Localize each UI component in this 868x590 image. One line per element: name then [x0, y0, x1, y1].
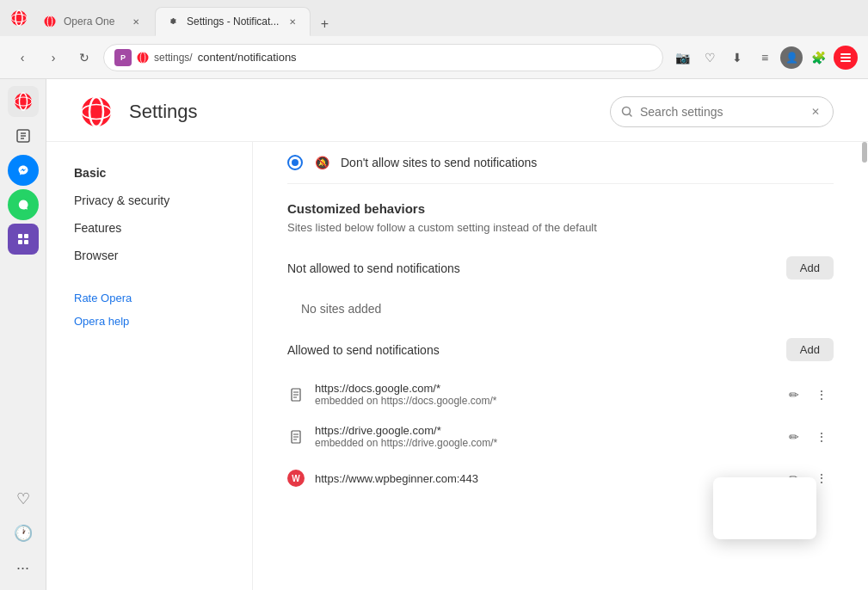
search-settings-box[interactable]: ✕: [610, 96, 834, 127]
account-button[interactable]: 👤: [780, 46, 803, 69]
site-row-docs: https://docs.google.com/* embedded on ht…: [287, 373, 834, 415]
sidebar-pinboard-icon[interactable]: [8, 120, 39, 151]
nav-item-privacy[interactable]: Privacy & security: [64, 187, 235, 214]
drive-site-icon: [287, 428, 305, 446]
settings-body: Basic Privacy & security Features Browse…: [46, 142, 868, 590]
settings-nav: Basic Privacy & security Features Browse…: [46, 142, 253, 590]
svg-rect-8: [840, 57, 851, 58]
address-scheme: settings/: [154, 52, 193, 64]
customized-behaviors-title: Customized behaviors: [287, 184, 834, 221]
nav-item-basic[interactable]: Basic: [64, 159, 235, 187]
camera-button[interactable]: 📷: [670, 46, 694, 70]
search-icon: [621, 106, 633, 118]
opera-sidebar-button[interactable]: [834, 46, 858, 70]
menu-button[interactable]: ≡: [753, 46, 777, 70]
nav-links: Rate Opera Opera help: [64, 286, 235, 333]
docs-embedded: embedded on https://docs.google.com/*: [315, 395, 772, 407]
drive-embedded: embedded on https://drive.google.com/*: [315, 437, 772, 449]
browser-chrome: Opera One ✕ Settings - Notificat... ✕ + …: [0, 0, 868, 79]
sidebar-history-icon[interactable]: 🕐: [8, 518, 39, 549]
wpb-url: https://www.wpbeginner.com:443: [315, 472, 772, 485]
context-menu-edit[interactable]: [713, 500, 816, 517]
nav-actions: 📷 ♡ ⬇ ≡ 👤 🧩: [670, 46, 858, 70]
svg-point-5: [138, 52, 149, 63]
no-sites-text: No sites added: [287, 292, 834, 326]
svg-rect-17: [24, 234, 28, 238]
bookmark-button[interactable]: ♡: [698, 46, 722, 70]
browser-sidebar: ♡ 🕐 ···: [0, 79, 46, 590]
allowed-add-button[interactable]: Add: [786, 338, 834, 361]
opera-address-icon: [137, 52, 149, 64]
docs-more-button[interactable]: ⋮: [810, 383, 834, 407]
navigation-bar: ‹ › ↻ P settings/ content/notifications …: [0, 36, 868, 79]
settings-area: Settings ✕ Basic Privacy & security Feat…: [46, 79, 868, 590]
opera-tab-icon: [43, 15, 57, 28]
opera-home-icon[interactable]: [7, 0, 31, 36]
tab-settings[interactable]: Settings - Notificat... ✕: [155, 7, 311, 36]
svg-point-14: [16, 163, 30, 177]
drive-more-button[interactable]: ⋮: [810, 425, 834, 449]
svg-rect-9: [840, 60, 851, 62]
sidebar-more-icon[interactable]: ···: [8, 552, 39, 583]
sidebar-messenger-icon[interactable]: [8, 155, 39, 186]
wpb-site-info: https://www.wpbeginner.com:443: [315, 472, 772, 485]
sidebar-extra-icon[interactable]: [8, 224, 39, 255]
docs-url: https://docs.google.com/*: [315, 382, 772, 395]
docs-site-icon: [287, 386, 305, 403]
opera-one-tab-close[interactable]: ✕: [129, 15, 143, 28]
extension-label: P: [120, 53, 126, 62]
dont-allow-label: Don't allow sites to send notifications: [341, 156, 537, 169]
main-layout: ♡ 🕐 ··· Settings ✕: [0, 79, 868, 590]
allowed-header: Allowed to send notifications Add: [287, 326, 834, 373]
new-tab-button[interactable]: +: [312, 12, 336, 36]
context-menu-remove[interactable]: [713, 517, 816, 534]
settings-tab-icon: [166, 15, 180, 28]
svg-rect-7: [840, 53, 851, 55]
scrollbar[interactable]: [861, 142, 868, 590]
search-clear-button[interactable]: ✕: [809, 105, 822, 119]
svg-rect-16: [18, 234, 22, 238]
opera-logo: [81, 96, 112, 127]
sidebar-home-icon[interactable]: [8, 86, 39, 117]
back-button[interactable]: ‹: [10, 46, 34, 70]
drive-url: https://drive.google.com/*: [315, 424, 772, 437]
dont-allow-option-row[interactable]: 🔕 Don't allow sites to send notification…: [287, 142, 834, 184]
drive-edit-button[interactable]: ✏: [782, 425, 806, 449]
scroll-thumb: [862, 142, 867, 163]
tab-bar: Opera One ✕ Settings - Notificat... ✕ +: [0, 0, 868, 36]
search-settings-input[interactable]: [640, 105, 802, 119]
settings-page-title: Settings: [129, 101, 593, 123]
rate-opera-link[interactable]: Rate Opera: [64, 286, 235, 310]
bell-muted-icon: 🔕: [313, 154, 330, 171]
extension-icon: P: [114, 49, 132, 66]
reload-button[interactable]: ↻: [72, 46, 96, 70]
allowed-label: Allowed to send notifications: [287, 343, 440, 357]
site-row-drive: https://drive.google.com/* embedded on h…: [287, 415, 834, 458]
extensions-button[interactable]: 🧩: [806, 46, 830, 70]
nav-item-features[interactable]: Features: [64, 214, 235, 242]
address-bar[interactable]: P settings/ content/notifications: [103, 44, 663, 71]
docs-edit-button[interactable]: ✏: [782, 383, 806, 407]
drive-actions: ✏ ⋮: [782, 425, 834, 449]
settings-header: Settings ✕: [46, 79, 868, 142]
download-button[interactable]: ⬇: [725, 46, 749, 70]
not-allowed-add-button[interactable]: Add: [786, 256, 834, 280]
svg-point-3: [45, 16, 56, 28]
nav-item-browser[interactable]: Browser: [64, 242, 235, 269]
svg-rect-18: [18, 240, 22, 244]
customized-behaviors-desc: Sites listed below follow a custom setti…: [287, 221, 834, 244]
wpb-favicon: W: [287, 470, 305, 487]
tab-opera-one[interactable]: Opera One ✕: [33, 7, 153, 36]
opera-help-link[interactable]: Opera help: [64, 310, 235, 333]
svg-point-20: [82, 97, 111, 126]
not-allowed-label: Not allowed to send notifications: [287, 261, 460, 275]
settings-content: 🔕 Don't allow sites to send notification…: [253, 142, 868, 590]
sidebar-favorites-icon[interactable]: ♡: [8, 483, 39, 514]
context-menu: [713, 477, 816, 539]
forward-button[interactable]: ›: [41, 46, 65, 70]
context-menu-block[interactable]: [713, 482, 816, 500]
wpb-site-icon: W: [287, 470, 305, 487]
sidebar-whatsapp-icon[interactable]: [8, 189, 39, 220]
settings-tab-close[interactable]: ✕: [286, 15, 299, 28]
dont-allow-radio[interactable]: [287, 155, 303, 170]
